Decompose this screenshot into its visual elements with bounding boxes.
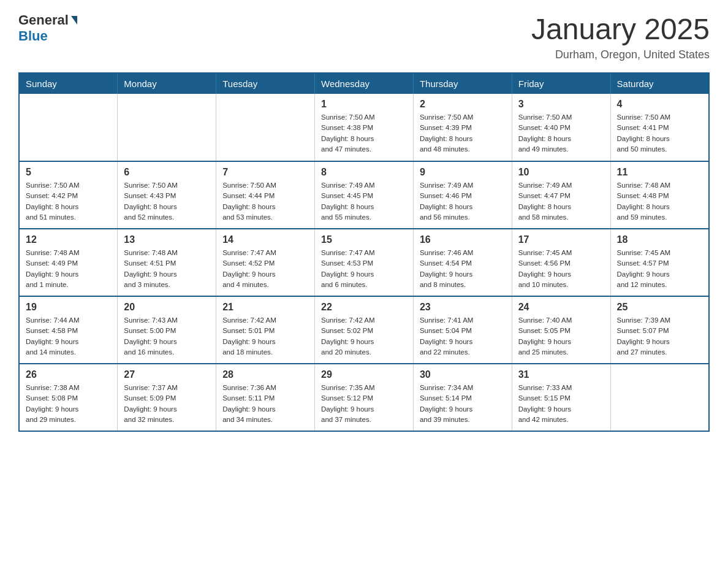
day-number: 15 xyxy=(321,234,407,245)
calendar-day-cell xyxy=(610,364,709,431)
calendar-day-cell: 17Sunrise: 7:45 AMSunset: 4:56 PMDayligh… xyxy=(512,229,610,296)
calendar-day-cell: 10Sunrise: 7:49 AMSunset: 4:47 PMDayligh… xyxy=(512,161,610,229)
day-number: 22 xyxy=(321,302,407,313)
calendar-day-cell: 7Sunrise: 7:50 AMSunset: 4:44 PMDaylight… xyxy=(216,161,315,229)
day-number: 9 xyxy=(420,167,506,178)
calendar-day-cell: 12Sunrise: 7:48 AMSunset: 4:49 PMDayligh… xyxy=(19,229,118,296)
calendar-table: SundayMondayTuesdayWednesdayThursdayFrid… xyxy=(18,72,710,432)
calendar-day-cell: 19Sunrise: 7:44 AMSunset: 4:58 PMDayligh… xyxy=(19,296,118,364)
day-number: 10 xyxy=(518,167,604,178)
calendar-day-cell: 18Sunrise: 7:45 AMSunset: 4:57 PMDayligh… xyxy=(610,229,709,296)
day-number: 13 xyxy=(124,234,210,245)
calendar-day-cell: 6Sunrise: 7:50 AMSunset: 4:43 PMDaylight… xyxy=(118,161,216,229)
calendar-day-cell: 29Sunrise: 7:35 AMSunset: 5:12 PMDayligh… xyxy=(315,364,414,431)
day-number: 5 xyxy=(26,167,111,178)
calendar-day-cell: 30Sunrise: 7:34 AMSunset: 5:14 PMDayligh… xyxy=(413,364,512,431)
day-info: Sunrise: 7:33 AMSunset: 5:15 PMDaylight:… xyxy=(518,383,604,425)
header-row: SundayMondayTuesdayWednesdayThursdayFrid… xyxy=(19,73,709,94)
title-block: January 2025 Durham, Oregon, United Stat… xyxy=(531,12,710,61)
day-number: 11 xyxy=(617,167,702,178)
day-number: 26 xyxy=(26,369,111,380)
day-info: Sunrise: 7:40 AMSunset: 5:05 PMDaylight:… xyxy=(518,315,604,358)
day-of-week-header: Monday xyxy=(118,73,216,94)
calendar-day-cell: 25Sunrise: 7:39 AMSunset: 5:07 PMDayligh… xyxy=(610,296,709,364)
day-info: Sunrise: 7:48 AMSunset: 4:49 PMDaylight:… xyxy=(26,248,111,290)
calendar-day-cell: 27Sunrise: 7:37 AMSunset: 5:09 PMDayligh… xyxy=(118,364,216,431)
day-of-week-header: Thursday xyxy=(413,73,512,94)
calendar-week-row: 1Sunrise: 7:50 AMSunset: 4:38 PMDaylight… xyxy=(19,94,709,161)
calendar-day-cell: 16Sunrise: 7:46 AMSunset: 4:54 PMDayligh… xyxy=(413,229,512,296)
day-info: Sunrise: 7:39 AMSunset: 5:07 PMDaylight:… xyxy=(617,315,702,358)
day-info: Sunrise: 7:41 AMSunset: 5:04 PMDaylight:… xyxy=(420,315,506,358)
calendar-week-row: 12Sunrise: 7:48 AMSunset: 4:49 PMDayligh… xyxy=(19,229,709,296)
day-of-week-header: Wednesday xyxy=(315,73,414,94)
day-info: Sunrise: 7:50 AMSunset: 4:42 PMDaylight:… xyxy=(26,180,111,223)
calendar-day-cell: 5Sunrise: 7:50 AMSunset: 4:42 PMDaylight… xyxy=(19,161,118,229)
day-info: Sunrise: 7:44 AMSunset: 4:58 PMDaylight:… xyxy=(26,315,111,358)
day-number: 30 xyxy=(420,369,506,380)
day-info: Sunrise: 7:48 AMSunset: 4:51 PMDaylight:… xyxy=(124,248,210,290)
calendar-day-cell: 11Sunrise: 7:48 AMSunset: 4:48 PMDayligh… xyxy=(610,161,709,229)
day-number: 17 xyxy=(518,234,604,245)
day-info: Sunrise: 7:36 AMSunset: 5:11 PMDaylight:… xyxy=(222,383,308,425)
day-number: 27 xyxy=(124,369,210,380)
day-info: Sunrise: 7:49 AMSunset: 4:46 PMDaylight:… xyxy=(420,180,506,223)
calendar-header: SundayMondayTuesdayWednesdayThursdayFrid… xyxy=(19,73,709,94)
calendar-body: 1Sunrise: 7:50 AMSunset: 4:38 PMDaylight… xyxy=(19,94,709,431)
calendar-day-cell: 1Sunrise: 7:50 AMSunset: 4:38 PMDaylight… xyxy=(315,94,414,161)
day-info: Sunrise: 7:42 AMSunset: 5:02 PMDaylight:… xyxy=(321,315,407,358)
day-number: 6 xyxy=(124,167,210,178)
day-of-week-header: Saturday xyxy=(610,73,709,94)
day-number: 20 xyxy=(124,302,210,313)
day-number: 3 xyxy=(518,99,604,110)
calendar-day-cell: 4Sunrise: 7:50 AMSunset: 4:41 PMDaylight… xyxy=(610,94,709,161)
calendar-day-cell: 28Sunrise: 7:36 AMSunset: 5:11 PMDayligh… xyxy=(216,364,315,431)
calendar-day-cell: 13Sunrise: 7:48 AMSunset: 4:51 PMDayligh… xyxy=(118,229,216,296)
day-info: Sunrise: 7:49 AMSunset: 4:45 PMDaylight:… xyxy=(321,180,407,223)
logo-blue-text: Blue xyxy=(18,28,48,44)
calendar-day-cell xyxy=(19,94,118,161)
calendar-day-cell: 14Sunrise: 7:47 AMSunset: 4:52 PMDayligh… xyxy=(216,229,315,296)
day-number: 19 xyxy=(26,302,111,313)
calendar-week-row: 5Sunrise: 7:50 AMSunset: 4:42 PMDaylight… xyxy=(19,161,709,229)
calendar-day-cell: 20Sunrise: 7:43 AMSunset: 5:00 PMDayligh… xyxy=(118,296,216,364)
day-info: Sunrise: 7:48 AMSunset: 4:48 PMDaylight:… xyxy=(617,180,702,223)
day-number: 28 xyxy=(222,369,308,380)
day-number: 21 xyxy=(222,302,308,313)
day-of-week-header: Tuesday xyxy=(216,73,315,94)
day-info: Sunrise: 7:45 AMSunset: 4:56 PMDaylight:… xyxy=(518,248,604,290)
calendar-day-cell: 26Sunrise: 7:38 AMSunset: 5:08 PMDayligh… xyxy=(19,364,118,431)
calendar-day-cell: 23Sunrise: 7:41 AMSunset: 5:04 PMDayligh… xyxy=(413,296,512,364)
day-info: Sunrise: 7:37 AMSunset: 5:09 PMDaylight:… xyxy=(124,383,210,425)
calendar-day-cell xyxy=(118,94,216,161)
day-info: Sunrise: 7:49 AMSunset: 4:47 PMDaylight:… xyxy=(518,180,604,223)
calendar-week-row: 26Sunrise: 7:38 AMSunset: 5:08 PMDayligh… xyxy=(19,364,709,431)
day-info: Sunrise: 7:38 AMSunset: 5:08 PMDaylight:… xyxy=(26,383,111,425)
day-number: 25 xyxy=(617,302,702,313)
day-number: 4 xyxy=(617,99,702,110)
logo-arrow-icon xyxy=(71,16,77,25)
day-info: Sunrise: 7:47 AMSunset: 4:52 PMDaylight:… xyxy=(222,248,308,290)
location-text: Durham, Oregon, United States xyxy=(531,48,710,61)
day-of-week-header: Sunday xyxy=(19,73,118,94)
day-info: Sunrise: 7:50 AMSunset: 4:40 PMDaylight:… xyxy=(518,112,604,155)
day-number: 12 xyxy=(26,234,111,245)
day-info: Sunrise: 7:34 AMSunset: 5:14 PMDaylight:… xyxy=(420,383,506,425)
day-number: 24 xyxy=(518,302,604,313)
calendar-day-cell: 15Sunrise: 7:47 AMSunset: 4:53 PMDayligh… xyxy=(315,229,414,296)
day-info: Sunrise: 7:47 AMSunset: 4:53 PMDaylight:… xyxy=(321,248,407,290)
day-number: 1 xyxy=(321,99,407,110)
calendar-day-cell: 22Sunrise: 7:42 AMSunset: 5:02 PMDayligh… xyxy=(315,296,414,364)
logo-general-text: General xyxy=(18,12,69,28)
month-title: January 2025 xyxy=(531,12,710,46)
day-info: Sunrise: 7:50 AMSunset: 4:43 PMDaylight:… xyxy=(124,180,210,223)
day-number: 23 xyxy=(420,302,506,313)
day-of-week-header: Friday xyxy=(512,73,610,94)
day-number: 8 xyxy=(321,167,407,178)
day-number: 7 xyxy=(222,167,308,178)
calendar-day-cell: 24Sunrise: 7:40 AMSunset: 5:05 PMDayligh… xyxy=(512,296,610,364)
calendar-day-cell xyxy=(216,94,315,161)
calendar-week-row: 19Sunrise: 7:44 AMSunset: 4:58 PMDayligh… xyxy=(19,296,709,364)
day-number: 29 xyxy=(321,369,407,380)
calendar-day-cell: 21Sunrise: 7:42 AMSunset: 5:01 PMDayligh… xyxy=(216,296,315,364)
